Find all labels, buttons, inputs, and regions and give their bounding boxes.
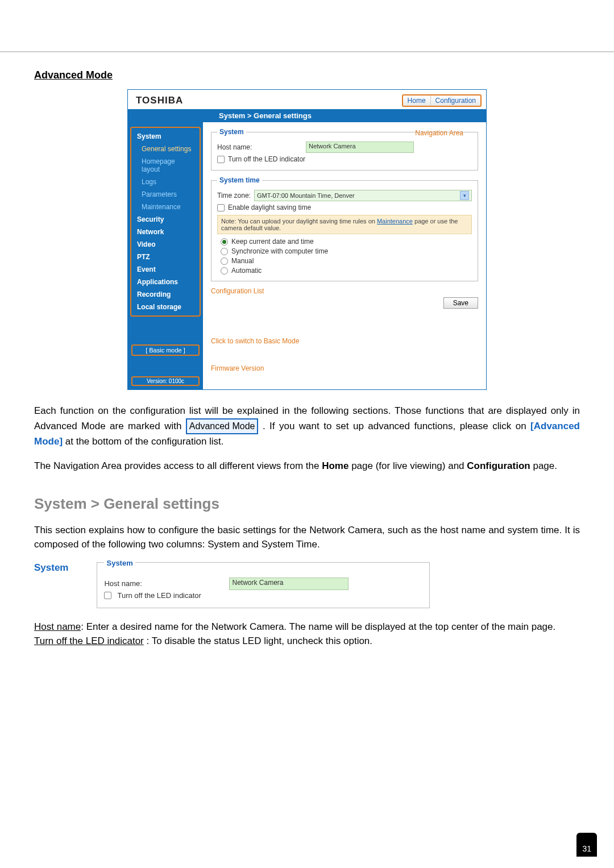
sidebar-item-event[interactable]: Event	[131, 263, 200, 276]
sidebar-item-network[interactable]: Network	[131, 226, 200, 238]
hostname-input[interactable]: Network Camera	[306, 142, 414, 153]
timezone-label: Time zone:	[217, 192, 251, 200]
note-box: Note: You can upload your daylight savin…	[217, 215, 472, 234]
sidebar-sub-homepage[interactable]: Homepage layout	[131, 155, 200, 176]
system-fieldset-figure: System Host name: Network Camera Turn of…	[97, 562, 430, 608]
radio-keep-label: Keep current date and time	[231, 238, 314, 246]
sidebar: System General settings Homepage layout …	[128, 122, 203, 389]
section-title: Advanced Mode	[34, 69, 580, 81]
radio-sync-label: Synchronize with computer time	[231, 247, 328, 255]
brand-logo: TOSHIBA	[136, 95, 183, 106]
radio-auto[interactable]	[221, 267, 228, 275]
paragraph-1: Each function on the configuration list …	[34, 404, 580, 448]
led-checkbox-2[interactable]	[104, 592, 111, 599]
paragraph-2: The Navigation Area provides access to a…	[34, 459, 580, 474]
legend-system: System	[217, 128, 246, 136]
main-panel: Navigation Area System Host name: Networ…	[203, 122, 486, 389]
system-subhead: System	[34, 562, 68, 574]
maintenance-link[interactable]: Maintenance	[377, 218, 413, 225]
callout-navigation-area: Navigation Area	[415, 129, 463, 137]
fieldset-system-time: System time Time zone: GMT-07:00 Mountai…	[211, 176, 478, 281]
sidebar-item-ptz[interactable]: PTZ	[131, 251, 200, 263]
radio-manual-label: Manual	[231, 257, 254, 265]
firmware-version: Version: 0100c	[131, 376, 200, 386]
paragraph-3: This section explains how to configure t…	[34, 523, 580, 552]
led-label-2: Turn off the LED indicator	[117, 591, 201, 600]
timezone-select[interactable]: GMT-07:00 Mountain Time, Denver ▾	[254, 190, 472, 201]
breadcrumb: System > General settings	[128, 109, 486, 122]
sidebar-sub-maintenance[interactable]: Maintenance	[131, 201, 200, 213]
hostname-label-2: Host name:	[104, 579, 223, 588]
sidebar-item-system[interactable]: System	[131, 130, 200, 143]
sidebar-sub-general[interactable]: General settings	[131, 143, 200, 155]
radio-auto-label: Automatic	[231, 267, 262, 275]
chevron-down-icon: ▾	[460, 191, 469, 200]
sidebar-item-security[interactable]: Security	[131, 213, 200, 226]
definition-hostname: Host name: Enter a desired name for the …	[34, 620, 580, 634]
basic-mode-button[interactable]: [ Basic mode ]	[131, 344, 200, 356]
led-checkbox[interactable]	[217, 156, 225, 163]
admin-ui-figure: TOSHIBA Home Configuration System > Gene…	[127, 89, 487, 390]
hostname-label: Host name:	[217, 143, 302, 151]
legend-system-time: System time	[217, 176, 262, 184]
tab-home[interactable]: Home	[403, 95, 431, 106]
dst-label: Enable daylight saving time	[228, 203, 311, 211]
radio-manual[interactable]	[221, 258, 228, 265]
nav-tabs: Home Configuration	[402, 94, 482, 107]
callout-basic-mode: Click to switch to Basic Mode	[211, 337, 478, 345]
sidebar-item-video[interactable]: Video	[131, 238, 200, 251]
section-heading: System > General settings	[34, 495, 580, 513]
sidebar-sub-logs[interactable]: Logs	[131, 176, 200, 188]
led-label: Turn off the LED indicator	[228, 155, 305, 163]
sidebar-item-local-storage[interactable]: Local storage	[131, 301, 200, 313]
dst-checkbox[interactable]	[217, 204, 225, 211]
definition-led: Turn off the LED indicator : To disable …	[34, 634, 580, 649]
timezone-value: GMT-07:00 Mountain Time, Denver	[257, 192, 355, 199]
tab-configuration[interactable]: Configuration	[431, 95, 480, 106]
save-button[interactable]: Save	[443, 297, 478, 309]
callout-config-list: Configuration List	[211, 287, 478, 295]
sidebar-item-applications[interactable]: Applications	[131, 276, 200, 288]
radio-keep[interactable]	[221, 238, 228, 246]
sidebar-item-recording[interactable]: Recording	[131, 288, 200, 301]
sidebar-sub-parameters[interactable]: Parameters	[131, 188, 200, 201]
sidebar-config-list: System General settings Homepage layout …	[130, 127, 201, 317]
radio-sync[interactable]	[221, 248, 228, 255]
legend-system-2: System	[104, 559, 135, 567]
callout-firmware: Firmware Version	[211, 364, 478, 372]
advanced-mode-badge: Advanced Mode	[186, 418, 259, 434]
hostname-input-2[interactable]: Network Camera	[229, 578, 349, 590]
